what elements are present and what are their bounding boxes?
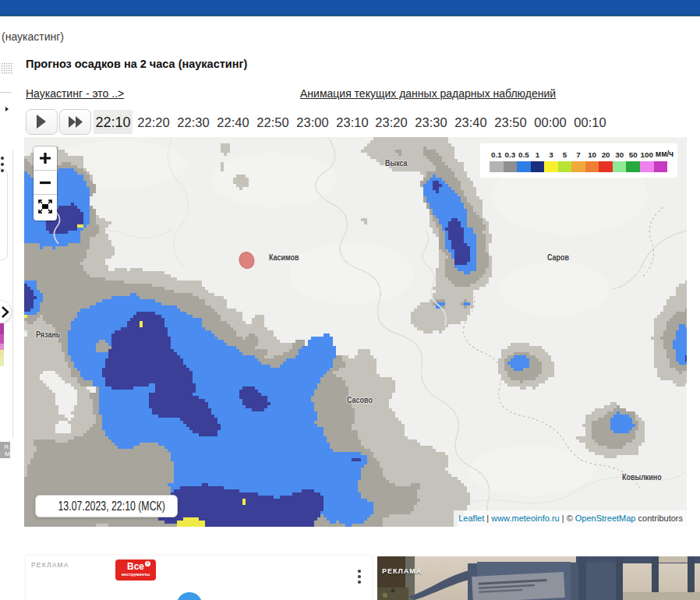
svg-text:50: 50 [629, 150, 638, 159]
svg-text:1: 1 [536, 150, 540, 159]
svg-text:10: 10 [588, 150, 596, 159]
svg-text:100: 100 [641, 150, 654, 159]
svg-text:20: 20 [602, 150, 610, 159]
svg-text:3: 3 [549, 150, 553, 159]
svg-text:0.5: 0.5 [518, 150, 529, 159]
svg-text:0.1: 0.1 [491, 150, 502, 159]
svg-text:0.3: 0.3 [504, 150, 515, 159]
svg-text:мм/ч: мм/ч [656, 150, 674, 158]
svg-text:30: 30 [615, 150, 624, 159]
svg-text:7: 7 [576, 150, 581, 159]
svg-text:5: 5 [563, 150, 567, 159]
